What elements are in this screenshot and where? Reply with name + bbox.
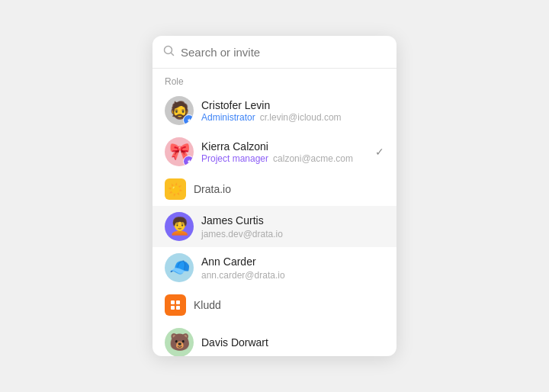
- search-icon: [163, 45, 175, 59]
- svg-rect-3: [176, 300, 180, 304]
- org-section-drata: ☀️ Drata.io: [152, 172, 396, 206]
- svg-rect-5: [176, 306, 180, 310]
- user-role: Administrator: [201, 112, 255, 123]
- list-item[interactable]: 🧑‍🦱 James Curtis james.dev@drata.io: [152, 206, 396, 247]
- search-container: [152, 36, 396, 69]
- avatar: 🧢: [165, 253, 194, 282]
- svg-rect-4: [171, 306, 175, 310]
- pm-badge: ★: [183, 156, 194, 166]
- dropdown-panel: Role 🧔 ★ Cristofer Levin Administrator c…: [152, 36, 396, 356]
- user-role: Project manager: [201, 153, 268, 164]
- user-meta: Project manager calzoni@acme.com: [201, 153, 368, 164]
- user-info: Cristofer Levin Administrator cr.levin@i…: [201, 98, 384, 123]
- svg-rect-2: [171, 300, 175, 304]
- user-name: Cristofer Levin: [201, 98, 384, 112]
- avatar: 🧑‍🦱: [165, 212, 194, 241]
- user-info: Ann Carder ann.carder@drata.io: [201, 255, 384, 280]
- list-item[interactable]: 🧔 ★ Cristofer Levin Administrator cr.lev…: [152, 90, 396, 131]
- org-icon-kludd: [165, 294, 186, 316]
- search-input[interactable]: [181, 46, 386, 59]
- avatar: 🐻: [165, 328, 194, 356]
- role-section-label: Role: [152, 69, 396, 90]
- user-name: Davis Dorwart: [201, 336, 384, 349]
- list-item[interactable]: 🧢 Ann Carder ann.carder@drata.io: [152, 247, 396, 288]
- user-email: ann.carder@drata.io: [201, 270, 384, 281]
- user-meta: Administrator cr.levin@icloud.com: [201, 112, 384, 123]
- check-icon: ✓: [375, 146, 384, 158]
- user-info: Kierra Calzoni Project manager calzoni@a…: [201, 140, 368, 164]
- user-name: Kierra Calzoni: [201, 140, 368, 153]
- list-item[interactable]: 🎀 ★ Kierra Calzoni Project manager calzo…: [152, 131, 396, 172]
- user-email: james.dev@drata.io: [201, 229, 384, 239]
- avatar: 🧔 ★: [165, 96, 194, 125]
- avatar: 🎀 ★: [165, 137, 194, 166]
- user-email: calzoni@acme.com: [273, 153, 353, 164]
- user-info: James Curtis james.dev@drata.io: [201, 214, 384, 239]
- user-name: Ann Carder: [201, 255, 384, 268]
- user-name: James Curtis: [201, 214, 384, 227]
- list-area: Role 🧔 ★ Cristofer Levin Administrator c…: [152, 69, 396, 356]
- org-name-drata: Drata.io: [194, 183, 231, 195]
- admin-badge: ★: [183, 114, 194, 125]
- org-name-kludd: Kludd: [194, 299, 221, 311]
- user-email: cr.levin@icloud.com: [260, 112, 342, 123]
- list-item[interactable]: 🐻 Davis Dorwart: [152, 322, 396, 356]
- svg-line-1: [172, 53, 174, 56]
- org-icon-drata: ☀️: [165, 178, 186, 200]
- org-section-kludd: Kludd: [152, 288, 396, 322]
- user-info: Davis Dorwart: [201, 336, 384, 349]
